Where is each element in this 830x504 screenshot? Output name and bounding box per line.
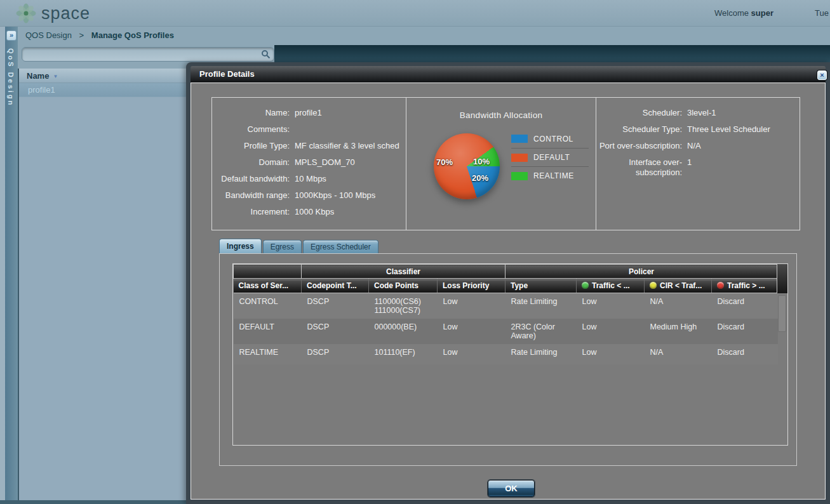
field-row: Port over-subscription:N/A (596, 141, 800, 151)
cell: Discard (712, 293, 778, 319)
logo-text: space (41, 3, 90, 24)
cell: 110000(CS6) 111000(CS7) (369, 293, 438, 319)
column-header-code-points[interactable]: Code Points (369, 279, 438, 293)
table-row[interactable]: CONTROL DSCP 110000(CS6) 111000(CS7) Low… (234, 293, 778, 319)
column-header-cir-traffic[interactable]: CIR < Traf... (645, 279, 712, 293)
cell: N/A (645, 293, 712, 319)
column-header-type[interactable]: Type (505, 279, 577, 293)
red-dot-icon (717, 282, 724, 289)
column-header-codepoint-type[interactable]: Codepoint T... (302, 279, 369, 293)
sidebar-vertical-label: QoS Design (7, 48, 15, 107)
field-value: 1000Kbps - 100 Mbps (295, 190, 406, 201)
cell: 101110(EF) (369, 344, 438, 364)
summary-panels: Name:profile1 Comments: Profile Type:MF … (211, 97, 800, 230)
search-input[interactable] (22, 47, 274, 62)
search-box (22, 47, 274, 62)
field-label: Domain: (212, 157, 290, 168)
chevron-right-icon: » (10, 31, 13, 39)
legend-swatch-control (511, 135, 528, 143)
cell: 2R3C (Color Aware) (505, 319, 577, 344)
field-label: Scheduler Type: (596, 124, 682, 135)
breadcrumb-current: Manage QoS Profiles (91, 30, 174, 40)
cell: Discard (712, 344, 778, 364)
classifier-policer-table: Classifier Policer Class of Ser... Codep… (232, 263, 788, 446)
field-label: Default bandwidth: (212, 174, 290, 184)
field-value (295, 124, 406, 135)
profiles-list-panel: Name▼ profile1 (18, 69, 186, 500)
flower-logo-icon (15, 3, 37, 24)
app-logo: space (15, 3, 90, 24)
cell: DSCP (302, 293, 369, 319)
legend-label: REALTIME (533, 171, 574, 180)
field-row: Bandwidth range:1000Kbps - 100 Mbps (212, 190, 406, 201)
dialog-body: Name:profile1 Comments: Profile Type:MF … (191, 83, 826, 500)
legend-swatch-realtime (511, 172, 528, 180)
group-header-policer: Policer (505, 265, 778, 279)
field-label: Port over-subscription: (596, 141, 682, 151)
close-button[interactable]: × (817, 70, 827, 80)
bandwidth-allocation-panel: Bandwidth Allocation 70% 10% 20% CONTROL… (406, 97, 596, 230)
legend-item: DEFAULT (511, 148, 589, 166)
scrollbar-header-filler (777, 264, 787, 293)
tab-egress-scheduler[interactable]: Egress Scheduler (303, 240, 378, 253)
field-label: Scheduler: (596, 108, 682, 118)
column-header-traffic-above[interactable]: Traffic > ... (712, 279, 778, 293)
dialog-title: Profile Details (191, 66, 826, 83)
top-bar: space Welcome super Tue (0, 0, 830, 27)
bottom-strip (0, 500, 186, 504)
field-row: Profile Type:MF classifier & 3 level sch… (212, 141, 406, 151)
tab-ingress[interactable]: Ingress (219, 239, 262, 253)
field-label: Increment: (212, 207, 290, 217)
field-row: Scheduler Type:Three Level Scheduler (596, 124, 800, 135)
tab-egress[interactable]: Egress (263, 240, 302, 253)
scrollbar-thumb[interactable] (778, 295, 786, 332)
cell: Rate Limiting (505, 293, 577, 319)
legend-label: DEFAULT (533, 153, 570, 162)
column-header-loss-priority[interactable]: Loss Priority (438, 279, 505, 293)
profile-info-panel: Name:profile1 Comments: Profile Type:MF … (211, 97, 406, 230)
cell: REALTIME (234, 344, 302, 364)
table-row[interactable]: DEFAULT DSCP 000000(BE) Low 2R3C (Color … (234, 319, 778, 344)
ok-button[interactable]: OK (488, 480, 535, 497)
table-row[interactable]: REALTIME DSCP 101110(EF) Low Rate Limiti… (234, 344, 778, 364)
field-label: Comments: (212, 124, 290, 135)
welcome-text: Welcome super (714, 8, 773, 18)
field-row: Interface over-subscription:1 (596, 157, 800, 178)
cell: N/A (645, 344, 712, 364)
field-value: 10 Mbps (295, 174, 406, 184)
cell: Rate Limiting (505, 344, 577, 364)
cell: DSCP (302, 319, 369, 344)
pie-slice-label-realtime: 10% (473, 157, 490, 166)
field-value: 1000 Kbps (295, 207, 406, 217)
field-row: Name:profile1 (212, 108, 406, 118)
field-value: MF classifier & 3 level sched (295, 141, 406, 151)
column-header-traffic-below[interactable]: Traffic < ... (577, 279, 645, 293)
field-row: Increment:1000 Kbps (212, 207, 406, 217)
close-icon: × (820, 71, 824, 79)
expand-sidebar-button[interactable]: » (6, 30, 17, 41)
breadcrumb-parent[interactable]: QOS Design (25, 30, 72, 40)
list-item-profile1[interactable]: profile1 (19, 83, 186, 97)
cell: Medium High (645, 319, 712, 344)
legend-swatch-default (511, 154, 528, 162)
field-value: profile1 (295, 108, 406, 118)
field-value: Three Level Scheduler (687, 124, 800, 135)
breadcrumb-bar: QOS Design > Manage QoS Profiles (18, 27, 830, 44)
pie-slice-label-default: 70% (436, 157, 453, 167)
cell: Low (438, 293, 505, 319)
group-header-classifier: Classifier (302, 265, 505, 279)
chart-title: Bandwidth Allocation (406, 110, 596, 120)
field-row: Domain:MPLS_DOM_70 (212, 157, 406, 168)
cell: Low (577, 293, 645, 319)
column-header-class-of-service[interactable]: Class of Ser... (234, 279, 302, 293)
list-header-name[interactable]: Name▼ (19, 69, 186, 83)
cell: DSCP (302, 344, 369, 364)
datetime-text: Tue (815, 8, 829, 18)
field-value: N/A (687, 141, 800, 151)
cell: Low (438, 319, 505, 344)
field-value: 1 (687, 157, 800, 178)
field-value: MPLS_DOM_70 (295, 157, 406, 168)
dialog-header[interactable]: Profile Details (191, 66, 826, 83)
field-row: Comments: (212, 124, 406, 135)
username: super (751, 8, 773, 18)
